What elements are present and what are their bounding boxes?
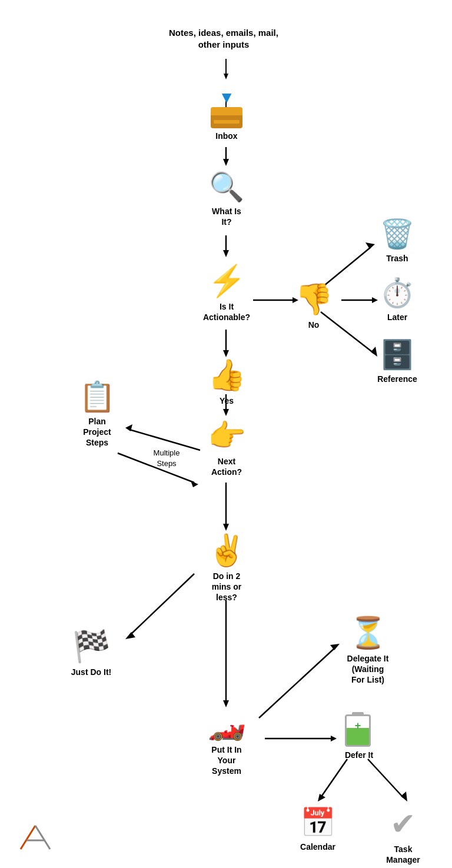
svg-marker-21 — [125, 424, 132, 431]
delegate-it-node: ⏳ Delegate It(WaitingFor List) — [335, 615, 400, 686]
what-is-it-node: 🔍 What IsIt? — [203, 171, 250, 227]
defer-it-node: + Defer It — [333, 712, 385, 760]
svg-marker-17 — [223, 350, 229, 357]
svg-line-34 — [321, 759, 347, 797]
logo — [18, 823, 53, 856]
trash-node: 🗑️ Trash — [374, 218, 421, 264]
is-actionable-node: ⚡ Is ItActionable? — [200, 263, 253, 322]
svg-marker-27 — [125, 632, 135, 639]
svg-marker-5 — [223, 159, 229, 166]
task-manager-node: ✔ TaskManager — [377, 806, 430, 865]
svg-line-30 — [259, 647, 335, 718]
svg-line-26 — [129, 574, 194, 636]
svg-marker-19 — [223, 409, 229, 416]
plan-project-node: 📋 PlanProjectSteps — [71, 380, 124, 448]
inputs-node: Notes, ideas, emails, mail,other inputs — [159, 25, 288, 50]
svg-marker-35 — [318, 794, 325, 802]
calendar-node: 📅 Calendar — [291, 806, 344, 852]
just-do-it-node: 🏁 Just Do It! — [62, 628, 121, 677]
reference-node: 🗄️ Reference — [371, 338, 424, 384]
do-in-2-mins-node: ✌️ Do in 2mins orless? — [194, 533, 259, 603]
put-in-system-node: 🏎️ Put It InYourSystem — [191, 706, 262, 777]
svg-line-36 — [368, 759, 403, 797]
svg-marker-25 — [223, 524, 229, 531]
next-action-node: 👉 NextAction? — [200, 418, 253, 477]
later-node: ⏱️ Later — [374, 277, 421, 322]
inbox-node: ▼ Inbox — [203, 88, 250, 141]
multiple-steps-label: MultipleSteps — [140, 447, 193, 468]
svg-marker-1 — [224, 74, 228, 79]
svg-line-38 — [21, 826, 35, 849]
svg-marker-23 — [191, 481, 198, 487]
no-node: 👎 No — [293, 281, 334, 330]
svg-marker-7 — [223, 250, 229, 257]
yes-node: 👍 Yes — [204, 357, 249, 406]
diagram: Notes, ideas, emails, mail,other inputs … — [0, 0, 452, 868]
svg-marker-37 — [401, 791, 407, 802]
svg-line-39 — [35, 826, 50, 849]
